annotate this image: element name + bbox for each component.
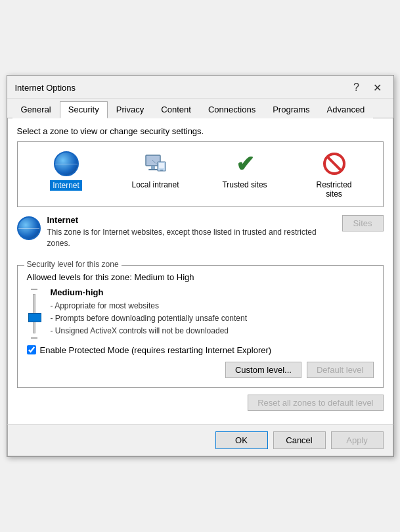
- security-level-section-label: Security level for this zone: [24, 260, 122, 269]
- zone-local-intranet-label: Local intranet: [131, 180, 179, 189]
- default-level-button[interactable]: Default level: [307, 362, 374, 378]
- bottom-bar: OK Cancel Apply: [7, 424, 393, 456]
- tab-content[interactable]: Content: [152, 101, 200, 118]
- internet-icon: [53, 150, 80, 178]
- svg-rect-1: [151, 166, 155, 169]
- zone-desc-globe-icon: [17, 216, 41, 240]
- zone-description: Internet This zone is for Internet websi…: [17, 215, 384, 256]
- level-details: - Appropriate for most websites - Prompt…: [51, 300, 374, 338]
- tab-bar: General Security Privacy Content Connect…: [7, 99, 393, 118]
- slider-thumb: [28, 313, 41, 322]
- zone-trusted-sites-label: Trusted sites: [222, 180, 267, 189]
- slider-rail: [33, 294, 35, 333]
- svg-rect-2: [148, 169, 158, 170]
- level-buttons: Custom level... Default level: [27, 362, 374, 378]
- level-text: Medium-high - Appropriate for most websi…: [51, 287, 374, 338]
- zone-desc-text: Internet This zone is for Internet websi…: [47, 215, 336, 249]
- trusted-sites-icon: ✔: [231, 150, 259, 178]
- slider-area: Medium-high - Appropriate for most websi…: [27, 287, 374, 339]
- allowed-levels-label: Allowed levels for this zone: Medium to …: [27, 272, 374, 282]
- tab-connections[interactable]: Connections: [200, 101, 264, 118]
- title-bar: Internet Options ? ✕: [7, 76, 393, 99]
- help-button[interactable]: ?: [349, 81, 365, 94]
- protected-mode-row: Enable Protected Mode (requires restarti…: [27, 345, 374, 355]
- restricted-sites-icon: [321, 150, 348, 178]
- sites-button[interactable]: Sites: [342, 215, 384, 231]
- internet-options-dialog: Internet Options ? ✕ General Security Pr…: [7, 75, 394, 457]
- close-button[interactable]: ✕: [370, 81, 386, 94]
- apply-button[interactable]: Apply: [331, 431, 384, 449]
- ok-button[interactable]: OK: [215, 431, 268, 449]
- security-slider[interactable]: [27, 289, 41, 339]
- zone-restricted-sites[interactable]: Restrictedsites: [291, 147, 378, 201]
- security-level-section: Security level for this zone Allowed lev…: [17, 265, 384, 388]
- slider-mark-bottom: [31, 337, 37, 339]
- slider-mark-top: [31, 289, 37, 290]
- zone-local-intranet[interactable]: Local intranet: [112, 147, 199, 201]
- zone-desc-name: Internet: [47, 215, 336, 225]
- zone-restricted-sites-label: Restrictedsites: [316, 180, 351, 199]
- svg-rect-5: [160, 170, 163, 171]
- zones-section-label: Select a zone to view or change security…: [17, 126, 384, 136]
- dialog-title: Internet Options: [15, 83, 76, 93]
- level-name: Medium-high: [51, 287, 374, 297]
- zone-internet[interactable]: Internet: [23, 147, 110, 201]
- tab-privacy[interactable]: Privacy: [108, 101, 153, 118]
- tab-advanced[interactable]: Advanced: [319, 101, 374, 118]
- zones-box: Internet: [17, 141, 384, 207]
- cancel-button[interactable]: Cancel: [273, 431, 326, 449]
- zone-internet-label: Internet: [50, 180, 82, 191]
- tab-programs[interactable]: Programs: [264, 101, 318, 118]
- reset-row: Reset all zones to default level: [17, 395, 384, 411]
- title-bar-controls: ? ✕: [349, 81, 386, 94]
- zone-trusted-sites[interactable]: ✔ Trusted sites: [202, 147, 288, 201]
- svg-rect-4: [159, 163, 164, 168]
- reset-all-zones-button[interactable]: Reset all zones to default level: [248, 395, 383, 411]
- protected-mode-checkbox[interactable]: [27, 345, 36, 354]
- local-intranet-icon: [142, 150, 169, 178]
- tab-general[interactable]: General: [12, 101, 60, 118]
- zone-desc-detail: This zone is for Internet websites, exce…: [47, 227, 336, 249]
- main-content: Select a zone to view or change security…: [7, 118, 393, 424]
- tab-security[interactable]: Security: [60, 101, 108, 118]
- custom-level-button[interactable]: Custom level...: [225, 362, 301, 378]
- protected-mode-label: Enable Protected Mode (requires restarti…: [40, 345, 272, 355]
